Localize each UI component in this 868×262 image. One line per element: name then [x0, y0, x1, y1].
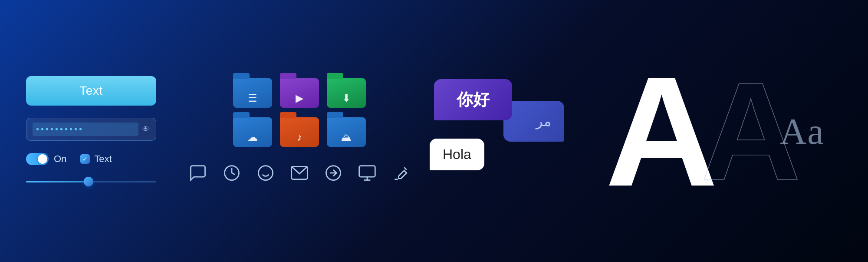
folder-orange[interactable]: ♪ [280, 117, 319, 149]
hola-bubble: Hola [430, 139, 484, 170]
checkbox-wrapper: ✓ Text [80, 153, 112, 165]
svg-rect-7 [359, 166, 375, 177]
chinese-bubble: 你好 [434, 79, 512, 120]
toggle-label: On [54, 153, 66, 165]
folder-orange-icon: ♪ [297, 131, 302, 143]
slider-thumb[interactable] [84, 177, 93, 186]
svg-point-1 [259, 166, 273, 180]
folder-purple[interactable]: ▶ [280, 78, 319, 109]
folder-photo-icon: ⛰ [341, 131, 352, 143]
toggle-row: On ✓ Text [26, 153, 156, 165]
slider-wrapper [26, 177, 156, 186]
clock-icon[interactable] [220, 162, 243, 184]
eye-icon[interactable]: 👁 [142, 125, 150, 134]
folder-green-icon: ⬇ [342, 92, 351, 104]
icon-row [187, 162, 412, 184]
slider-fill [26, 181, 89, 182]
folder-blue-icon: ☰ [248, 92, 257, 104]
text-button[interactable]: Text [26, 76, 156, 106]
chat-icon[interactable] [187, 162, 209, 184]
arrow-circle-icon[interactable] [322, 162, 345, 184]
toggle-wrapper: On [26, 153, 66, 165]
folder-green[interactable]: ⬇ [327, 78, 366, 109]
big-letter-A: A [605, 53, 713, 209]
monitor-icon[interactable] [356, 162, 378, 184]
password-field[interactable]: •••••••••• 👁 [26, 118, 156, 141]
pen-icon[interactable] [390, 162, 412, 184]
folder-purple-icon: ▶ [296, 92, 303, 104]
checkbox-check-icon: ✓ [82, 156, 88, 163]
small-letters-aa: Aa [780, 110, 825, 153]
folder-blue[interactable]: ☰ [233, 78, 272, 109]
main-container: Text •••••••••• 👁 On ✓ Text [0, 0, 868, 262]
toggle-thumb [38, 154, 47, 164]
checkbox[interactable]: ✓ [80, 154, 90, 164]
controls-panel: Text •••••••••• 👁 On ✓ Text [26, 76, 174, 186]
typography-panel: A A Aa [564, 53, 842, 209]
toggle-switch[interactable] [26, 153, 49, 165]
emoji-icon[interactable] [254, 162, 277, 184]
password-dots: •••••••••• [33, 123, 138, 136]
mail-icon[interactable] [288, 162, 311, 184]
folder-photo[interactable]: ⛰ [327, 117, 366, 149]
arabic-text: مر [536, 113, 551, 129]
arabic-bubble: مر [503, 101, 564, 142]
chinese-text: 你好 [457, 90, 490, 109]
hola-text: Hola [443, 146, 471, 162]
folder-cloud-icon: ☁ [247, 131, 258, 143]
folder-cloud[interactable]: ☁ [233, 117, 272, 149]
center-panel: ☰ ▶ ⬇ ☁ ♪ [174, 78, 425, 184]
checkbox-label: Text [94, 153, 112, 165]
folder-grid: ☰ ▶ ⬇ ☁ ♪ [233, 78, 366, 149]
translation-panel: 你好 Hola مر [425, 66, 564, 196]
